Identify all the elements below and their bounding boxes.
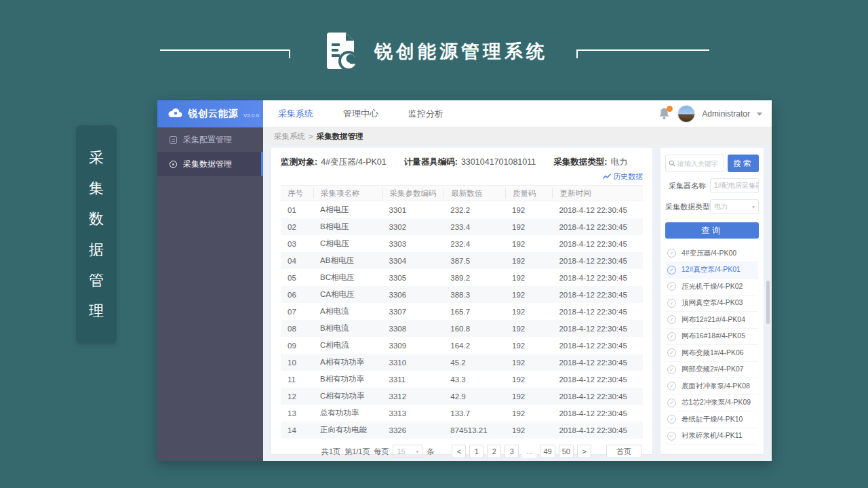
device-item[interactable]: ✓ 芯1芯2冲浆泵/4-PK09 bbox=[666, 395, 758, 412]
table-row[interactable]: 03 C相电压 3303 232.4 192 2018-4-12 22:30:4… bbox=[281, 235, 643, 252]
page-number-button[interactable]: 3 bbox=[505, 445, 519, 458]
search-input[interactable] bbox=[677, 160, 721, 167]
table-row[interactable]: 13 总有功功率 3313 133.7 192 2018-4-12 22:30:… bbox=[281, 405, 643, 422]
check-circle-icon: ✓ bbox=[667, 365, 676, 374]
per-page-unit: 条 bbox=[427, 447, 434, 457]
check-circle-icon: ✓ bbox=[667, 315, 676, 324]
content-area: 监测对象:4#变压器/4-PK01 计量器具编码:330104170108101… bbox=[263, 145, 772, 461]
cell-item-name: B相有功功率 bbox=[313, 374, 382, 384]
cell-quality-code: 192 bbox=[505, 257, 552, 265]
datatype-value: 电力 bbox=[714, 202, 728, 211]
table-row[interactable]: 14 正向有功电能 3326 874513.21 192 2018-4-12 2… bbox=[281, 422, 643, 439]
page-number-button[interactable]: 1 bbox=[469, 445, 484, 458]
device-item[interactable]: ✓ 网部变频2#/4-PK07 bbox=[666, 362, 758, 379]
cell-index: 12 bbox=[281, 392, 313, 401]
breadcrumb-parent[interactable]: 采集系统 bbox=[274, 131, 305, 142]
cell-item-name: CA相电压 bbox=[313, 289, 382, 300]
device-item[interactable]: ✓ 网布12#21#/4-PK04 bbox=[666, 312, 758, 329]
cell-item-name: A相电流 bbox=[313, 306, 382, 317]
cell-index: 10 bbox=[281, 359, 313, 367]
chevron-down-icon[interactable] bbox=[757, 113, 762, 116]
cell-param-code: 3305 bbox=[382, 274, 444, 282]
data-icon bbox=[170, 161, 177, 168]
side-tag-char: 数 bbox=[89, 211, 104, 226]
sidebar-item[interactable]: 采集数据管理 bbox=[157, 152, 263, 176]
first-page-button[interactable]: 首页 bbox=[606, 445, 642, 458]
cell-update-time: 2018-4-12 22:30:45 bbox=[552, 325, 643, 333]
side-tag-char: 据 bbox=[89, 243, 104, 258]
table-row[interactable]: 09 C相电流 3309 164.2 192 2018-4-12 22:30:4… bbox=[281, 337, 643, 354]
search-button[interactable]: 搜索 bbox=[728, 155, 759, 172]
page-number-button[interactable]: 49 bbox=[540, 445, 555, 458]
cell-update-time: 2018-4-12 22:30:45 bbox=[552, 257, 643, 265]
device-item[interactable]: ✓ 压光机干燥/4-PK02 bbox=[666, 279, 758, 296]
nav-item[interactable]: 管理中心 bbox=[343, 100, 378, 127]
cell-index: 02 bbox=[281, 223, 313, 231]
next-page-button[interactable]: > bbox=[577, 445, 591, 458]
device-item[interactable]: ✓ 底面衬冲浆泵/4-PK08 bbox=[666, 378, 758, 395]
data-table-body: 01 A相电压 3301 232.2 192 2018-4-12 22:30:4… bbox=[281, 201, 643, 439]
device-item[interactable]: ✓ 衬浆碎浆机/4-PK11 bbox=[666, 428, 758, 445]
data-card: 监测对象:4#变压器/4-PK01 计量器具编码:330104170108101… bbox=[271, 148, 652, 454]
cell-quality-code: 192 bbox=[505, 409, 552, 418]
cell-param-code: 3310 bbox=[382, 359, 444, 367]
table-row[interactable]: 08 B相电流 3308 160.8 192 2018-4-12 22:30:4… bbox=[281, 320, 643, 337]
cell-index: 04 bbox=[281, 257, 313, 265]
query-button[interactable]: 查询 bbox=[665, 222, 759, 239]
device-item[interactable]: ✓ 卷纸缸干燥/4-PK10 bbox=[666, 411, 758, 428]
table-column-header: 更新时间 bbox=[552, 188, 643, 199]
cell-update-time: 2018-4-12 22:30:45 bbox=[552, 206, 643, 214]
cell-latest-value: 160.8 bbox=[443, 325, 505, 333]
datatype-label: 采集数据类型 bbox=[665, 202, 710, 212]
cell-item-name: A相有功功率 bbox=[313, 357, 382, 367]
device-item[interactable]: ✓ 网布变频1#/4-PK06 bbox=[666, 345, 758, 362]
datatype-select[interactable]: 电力 ▾ bbox=[710, 199, 759, 214]
monitor-object-label: 监测对象: bbox=[281, 157, 317, 167]
side-tag: 采集数据管理 bbox=[76, 125, 117, 344]
cell-latest-value: 389.2 bbox=[443, 274, 505, 282]
cell-index: 09 bbox=[281, 342, 313, 350]
cell-quality-code: 192 bbox=[505, 426, 552, 434]
nav-item[interactable]: 监控分析 bbox=[408, 100, 443, 127]
top-navbar: 采集系统管理中心监控分析 Administrator bbox=[263, 100, 772, 127]
per-page-select[interactable]: 15 ▾ bbox=[393, 445, 422, 458]
cell-quality-code: 192 bbox=[505, 206, 552, 214]
table-row[interactable]: 02 B相电压 3302 233.4 192 2018-4-12 22:30:4… bbox=[281, 218, 643, 235]
page-number-button[interactable]: ... bbox=[522, 445, 536, 458]
cell-item-name: C相有功功率 bbox=[313, 391, 382, 401]
history-data-link[interactable]: 历史数据 bbox=[603, 171, 643, 182]
collector-select[interactable]: 1#配电房采集器 ▾ bbox=[710, 178, 759, 193]
table-row[interactable]: 01 A相电压 3301 232.2 192 2018-4-12 22:30:4… bbox=[281, 201, 643, 218]
side-tag-char: 理 bbox=[89, 304, 104, 319]
device-item[interactable]: ✓ 网布16#18#/4-PK05 bbox=[666, 329, 758, 346]
sidebar-item-label: 采集数据管理 bbox=[183, 159, 232, 170]
device-item[interactable]: ✓ 4#变压器/4-PK00 bbox=[666, 245, 758, 262]
notification-bell-icon[interactable] bbox=[658, 107, 671, 121]
cell-param-code: 3309 bbox=[382, 342, 444, 350]
table-row[interactable]: 07 A相电流 3307 165.7 192 2018-4-12 22:30:4… bbox=[281, 303, 643, 320]
banner-divider-right bbox=[576, 49, 709, 51]
device-item[interactable]: ✓ 12#真空泵/4-PK01 bbox=[666, 262, 758, 279]
avatar[interactable] bbox=[677, 105, 695, 123]
table-row[interactable]: 04 AB相电压 3304 387.5 192 2018-4-12 22:30:… bbox=[281, 252, 643, 269]
pagination: 共1页 第1/1页 每页 15 ▾ 条 < 123...4950 > 首页 bbox=[321, 445, 643, 458]
pagination-current: 第1/1页 bbox=[344, 447, 370, 457]
cell-param-code: 3307 bbox=[382, 308, 444, 316]
side-tag-char: 集 bbox=[89, 181, 104, 196]
table-row[interactable]: 05 BC相电压 3305 389.2 192 2018-4-12 22:30:… bbox=[281, 269, 643, 286]
cell-param-code: 3311 bbox=[382, 375, 444, 384]
banner-divider-left-tick bbox=[289, 49, 290, 58]
sidebar-item[interactable]: 采集配置管理 bbox=[157, 127, 263, 152]
page-number-button[interactable]: 50 bbox=[559, 445, 574, 458]
device-item[interactable]: ✓ 顶网真空泵/4-PK03 bbox=[666, 296, 758, 312]
table-row[interactable]: 10 A相有功功率 3310 45.2 192 2018-4-12 22:30:… bbox=[281, 354, 643, 371]
table-row[interactable]: 06 CA相电压 3306 388.3 192 2018-4-12 22:30:… bbox=[281, 286, 643, 303]
notification-badge bbox=[667, 106, 673, 112]
prev-page-button[interactable]: < bbox=[452, 445, 466, 458]
nav-item[interactable]: 采集系统 bbox=[278, 100, 313, 127]
cell-quality-code: 192 bbox=[505, 291, 552, 299]
table-row[interactable]: 11 B相有功功率 3311 43.3 192 2018-4-12 22:30:… bbox=[281, 371, 643, 388]
table-row[interactable]: 12 C相有功功率 3312 42.9 192 2018-4-12 22:30:… bbox=[281, 388, 643, 405]
scrollbar-thumb[interactable] bbox=[766, 281, 770, 324]
page-number-button[interactable]: 2 bbox=[487, 445, 501, 458]
